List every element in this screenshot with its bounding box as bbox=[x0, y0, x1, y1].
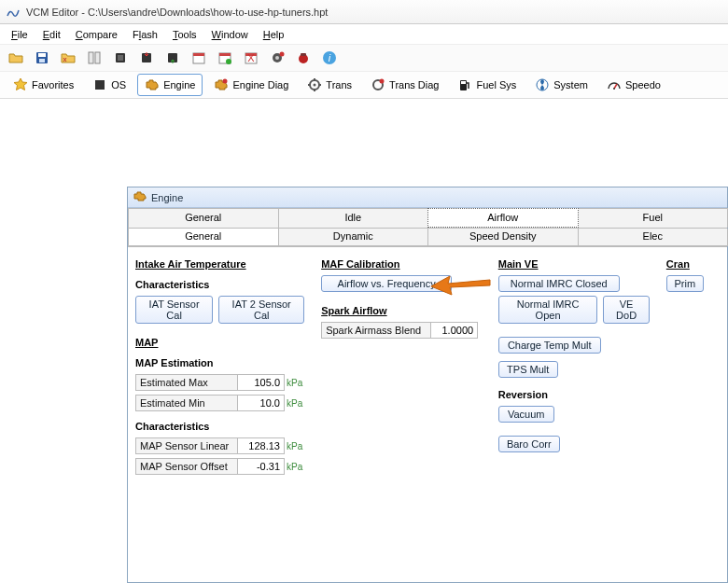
iat2-sensor-cal-button[interactable]: IAT 2 Sensor Cal bbox=[218, 296, 304, 324]
content-area: Intake Air Temperature Characteristics I… bbox=[128, 247, 727, 582]
svg-rect-12 bbox=[219, 53, 231, 56]
engine-button[interactable]: Engine bbox=[137, 74, 203, 96]
engine-diag-button[interactable]: Engine Diag bbox=[206, 74, 296, 96]
estimated-min-label: Estimated Min bbox=[135, 395, 238, 411]
menu-compare[interactable]: Compare bbox=[68, 26, 125, 43]
menu-file[interactable]: File bbox=[4, 26, 35, 43]
calendar1-icon[interactable] bbox=[189, 48, 209, 68]
gear-icon bbox=[307, 77, 322, 92]
fuel-sys-button[interactable]: Fuel Sys bbox=[450, 74, 524, 96]
tab-fuel[interactable]: Fuel bbox=[578, 208, 729, 228]
normal-imrc-open-button[interactable]: Normal IMRC Open bbox=[498, 296, 598, 324]
engine-diag-icon bbox=[214, 77, 229, 92]
chip-small-icon bbox=[92, 77, 107, 92]
col-intake: Intake Air Temperature Characteristics I… bbox=[135, 255, 304, 575]
spark-airflow-title: Spark Airflow bbox=[321, 305, 482, 316]
estimated-max-unit: kPa bbox=[285, 378, 302, 388]
tps-mult-button[interactable]: TPS Mult bbox=[498, 361, 558, 378]
menu-help[interactable]: Help bbox=[256, 26, 292, 43]
open-icon[interactable] bbox=[6, 48, 26, 68]
favorites-button[interactable]: Favorites bbox=[6, 74, 81, 96]
ve-dod-button[interactable]: VE DoD bbox=[603, 296, 649, 324]
speedo-button[interactable]: Speedo bbox=[599, 74, 668, 96]
estimated-min-row: Estimated Min 10.0 kPa bbox=[135, 395, 304, 411]
chip-icon[interactable] bbox=[110, 48, 131, 68]
calendar3-icon[interactable]: X bbox=[241, 48, 261, 68]
menu-flash[interactable]: Flash bbox=[125, 26, 165, 43]
menu-window[interactable]: Window bbox=[204, 26, 256, 43]
write-icon[interactable] bbox=[136, 48, 157, 68]
estimated-max-value[interactable]: 105.0 bbox=[238, 374, 285, 391]
os-button[interactable]: OS bbox=[85, 74, 133, 96]
map-estimation-title: MAP Estimation bbox=[135, 357, 304, 368]
trans-button[interactable]: Trans bbox=[300, 74, 359, 96]
window-title: VCM Editor - C:\Users\andre\Downloads\ho… bbox=[26, 7, 328, 18]
svg-point-18 bbox=[275, 56, 279, 60]
gear-diag-icon bbox=[371, 77, 385, 92]
engine-diag-label: Engine Diag bbox=[232, 79, 288, 90]
svg-rect-35 bbox=[461, 81, 466, 84]
menu-bar: File Edit Compare Flash Tools Window Hel… bbox=[0, 24, 728, 45]
estimated-max-row: Estimated Max 105.0 kPa bbox=[135, 374, 304, 391]
svg-rect-10 bbox=[193, 53, 204, 56]
estimated-min-value[interactable]: 10.0 bbox=[238, 395, 285, 411]
iat-sensor-cal-button[interactable]: IAT Sensor Cal bbox=[135, 296, 213, 324]
info-icon[interactable]: i bbox=[319, 48, 340, 68]
spark-airmass-label: Spark Airmass Blend bbox=[321, 322, 431, 339]
read-icon[interactable] bbox=[162, 48, 183, 68]
airflow-vs-frequency-button[interactable]: Airflow vs. Frequency bbox=[321, 275, 452, 292]
spark-airmass-row: Spark Airmass Blend 1.0000 bbox=[321, 322, 482, 339]
tab-general[interactable]: General bbox=[128, 208, 279, 228]
charge-temp-mult-button[interactable]: Charge Temp Mult bbox=[498, 337, 601, 354]
maf-calibration-title: MAF Calibration bbox=[321, 258, 482, 270]
category-toolbar: Favorites OS Engine Engine Diag Trans Tr… bbox=[0, 71, 728, 99]
compare-icon[interactable] bbox=[84, 48, 105, 68]
prim-button[interactable]: Prim bbox=[666, 275, 704, 292]
fuel-icon bbox=[457, 77, 472, 92]
boxing-icon[interactable] bbox=[293, 48, 314, 68]
calendar2-icon[interactable] bbox=[215, 48, 235, 68]
characteristics-title-2: Characteristics bbox=[135, 421, 304, 432]
subtab-speed-density[interactable]: Speed Density bbox=[427, 229, 579, 246]
map-linear-row: MAP Sensor Linear 128.13 kPa bbox=[135, 437, 304, 454]
trans-diag-button[interactable]: Trans Diag bbox=[363, 74, 446, 96]
toolbar-icons: X i bbox=[0, 45, 728, 71]
gear-red-icon[interactable] bbox=[267, 48, 287, 68]
os-label: OS bbox=[111, 79, 126, 90]
col-cran: Cran Prim bbox=[666, 255, 720, 575]
subtab-elec[interactable]: Elec bbox=[578, 229, 729, 246]
fan-icon bbox=[535, 77, 550, 92]
folder-icon[interactable] bbox=[58, 48, 78, 68]
main-ve-title: Main VE bbox=[498, 258, 650, 270]
engine-icon bbox=[145, 77, 160, 92]
tab-idle[interactable]: Idle bbox=[278, 208, 429, 228]
trans-label: Trans bbox=[326, 79, 352, 90]
engine-panel: Engine General Idle Airflow Fuel General… bbox=[127, 187, 728, 583]
panel-header: Engine bbox=[128, 187, 727, 208]
engine-label: Engine bbox=[163, 79, 195, 90]
fuel-sys-label: Fuel Sys bbox=[476, 79, 516, 90]
svg-rect-24 bbox=[95, 80, 105, 90]
svg-point-27 bbox=[314, 84, 316, 87]
intake-air-temp-title: Intake Air Temperature bbox=[135, 258, 304, 270]
system-label: System bbox=[553, 79, 588, 90]
spark-airmass-value[interactable]: 1.0000 bbox=[431, 322, 478, 339]
panel-title: Engine bbox=[151, 192, 183, 203]
svg-rect-4 bbox=[95, 52, 100, 63]
map-linear-value[interactable]: 128.13 bbox=[238, 437, 285, 454]
menu-tools[interactable]: Tools bbox=[165, 26, 204, 43]
vacuum-button[interactable]: Vacuum bbox=[498, 406, 554, 423]
save-icon[interactable] bbox=[32, 48, 52, 68]
baro-corr-button[interactable]: Baro Corr bbox=[498, 436, 560, 452]
map-offset-row: MAP Sensor Offset -0.31 kPa bbox=[135, 458, 304, 475]
menu-edit[interactable]: Edit bbox=[35, 26, 68, 43]
map-offset-value[interactable]: -0.31 bbox=[238, 458, 285, 475]
reversion-title: Reversion bbox=[498, 389, 650, 400]
tab-airflow[interactable]: Airflow bbox=[427, 208, 579, 228]
svg-rect-21 bbox=[301, 53, 306, 56]
subtab-general[interactable]: General bbox=[128, 229, 279, 246]
svg-point-33 bbox=[380, 79, 385, 84]
subtab-dynamic[interactable]: Dynamic bbox=[278, 229, 429, 246]
normal-imrc-closed-button[interactable]: Normal IMRC Closed bbox=[498, 275, 620, 292]
system-button[interactable]: System bbox=[527, 74, 595, 96]
